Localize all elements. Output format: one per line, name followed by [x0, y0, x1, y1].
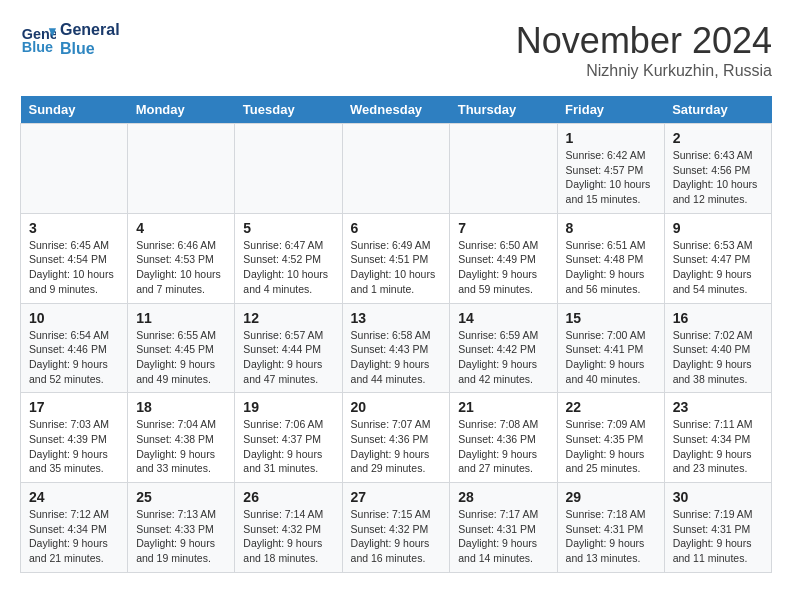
day-info: Sunrise: 6:50 AM Sunset: 4:49 PM Dayligh…: [458, 238, 548, 297]
day-info: Sunrise: 6:45 AM Sunset: 4:54 PM Dayligh…: [29, 238, 119, 297]
day-info: Sunrise: 7:15 AM Sunset: 4:32 PM Dayligh…: [351, 507, 442, 566]
day-number: 14: [458, 310, 548, 326]
day-number: 16: [673, 310, 763, 326]
empty-cell: [21, 124, 128, 214]
week-row-2: 3Sunrise: 6:45 AM Sunset: 4:54 PM Daylig…: [21, 213, 772, 303]
page-header: General Blue General Blue November 2024 …: [20, 20, 772, 80]
day-number: 22: [566, 399, 656, 415]
logo-blue: Blue: [60, 39, 120, 58]
week-row-5: 24Sunrise: 7:12 AM Sunset: 4:34 PM Dayli…: [21, 483, 772, 573]
calendar-table: SundayMondayTuesdayWednesdayThursdayFrid…: [20, 96, 772, 573]
day-number: 29: [566, 489, 656, 505]
week-row-3: 10Sunrise: 6:54 AM Sunset: 4:46 PM Dayli…: [21, 303, 772, 393]
day-cell-12: 12Sunrise: 6:57 AM Sunset: 4:44 PM Dayli…: [235, 303, 342, 393]
weekday-header-monday: Monday: [128, 96, 235, 124]
empty-cell: [342, 124, 450, 214]
day-cell-29: 29Sunrise: 7:18 AM Sunset: 4:31 PM Dayli…: [557, 483, 664, 573]
day-number: 19: [243, 399, 333, 415]
day-cell-5: 5Sunrise: 6:47 AM Sunset: 4:52 PM Daylig…: [235, 213, 342, 303]
day-number: 24: [29, 489, 119, 505]
day-cell-20: 20Sunrise: 7:07 AM Sunset: 4:36 PM Dayli…: [342, 393, 450, 483]
day-info: Sunrise: 6:59 AM Sunset: 4:42 PM Dayligh…: [458, 328, 548, 387]
day-info: Sunrise: 6:42 AM Sunset: 4:57 PM Dayligh…: [566, 148, 656, 207]
day-info: Sunrise: 7:12 AM Sunset: 4:34 PM Dayligh…: [29, 507, 119, 566]
day-info: Sunrise: 7:14 AM Sunset: 4:32 PM Dayligh…: [243, 507, 333, 566]
day-cell-16: 16Sunrise: 7:02 AM Sunset: 4:40 PM Dayli…: [664, 303, 771, 393]
day-cell-22: 22Sunrise: 7:09 AM Sunset: 4:35 PM Dayli…: [557, 393, 664, 483]
day-info: Sunrise: 6:54 AM Sunset: 4:46 PM Dayligh…: [29, 328, 119, 387]
day-cell-27: 27Sunrise: 7:15 AM Sunset: 4:32 PM Dayli…: [342, 483, 450, 573]
day-info: Sunrise: 7:18 AM Sunset: 4:31 PM Dayligh…: [566, 507, 656, 566]
empty-cell: [235, 124, 342, 214]
day-number: 10: [29, 310, 119, 326]
day-cell-4: 4Sunrise: 6:46 AM Sunset: 4:53 PM Daylig…: [128, 213, 235, 303]
day-number: 8: [566, 220, 656, 236]
day-cell-23: 23Sunrise: 7:11 AM Sunset: 4:34 PM Dayli…: [664, 393, 771, 483]
day-number: 11: [136, 310, 226, 326]
day-info: Sunrise: 7:07 AM Sunset: 4:36 PM Dayligh…: [351, 417, 442, 476]
day-cell-13: 13Sunrise: 6:58 AM Sunset: 4:43 PM Dayli…: [342, 303, 450, 393]
day-number: 4: [136, 220, 226, 236]
day-number: 21: [458, 399, 548, 415]
location-subtitle: Nizhniy Kurkuzhin, Russia: [516, 62, 772, 80]
day-number: 2: [673, 130, 763, 146]
weekday-header-sunday: Sunday: [21, 96, 128, 124]
title-area: November 2024 Nizhniy Kurkuzhin, Russia: [516, 20, 772, 80]
day-cell-15: 15Sunrise: 7:00 AM Sunset: 4:41 PM Dayli…: [557, 303, 664, 393]
weekday-header-row: SundayMondayTuesdayWednesdayThursdayFrid…: [21, 96, 772, 124]
day-cell-28: 28Sunrise: 7:17 AM Sunset: 4:31 PM Dayli…: [450, 483, 557, 573]
day-info: Sunrise: 6:53 AM Sunset: 4:47 PM Dayligh…: [673, 238, 763, 297]
day-cell-9: 9Sunrise: 6:53 AM Sunset: 4:47 PM Daylig…: [664, 213, 771, 303]
day-cell-10: 10Sunrise: 6:54 AM Sunset: 4:46 PM Dayli…: [21, 303, 128, 393]
svg-text:Blue: Blue: [22, 39, 53, 55]
day-number: 1: [566, 130, 656, 146]
day-number: 27: [351, 489, 442, 505]
day-info: Sunrise: 7:03 AM Sunset: 4:39 PM Dayligh…: [29, 417, 119, 476]
day-number: 20: [351, 399, 442, 415]
day-number: 25: [136, 489, 226, 505]
logo-general: General: [60, 20, 120, 39]
day-number: 30: [673, 489, 763, 505]
day-cell-6: 6Sunrise: 6:49 AM Sunset: 4:51 PM Daylig…: [342, 213, 450, 303]
day-number: 23: [673, 399, 763, 415]
weekday-header-wednesday: Wednesday: [342, 96, 450, 124]
day-info: Sunrise: 6:46 AM Sunset: 4:53 PM Dayligh…: [136, 238, 226, 297]
week-row-4: 17Sunrise: 7:03 AM Sunset: 4:39 PM Dayli…: [21, 393, 772, 483]
month-year-title: November 2024: [516, 20, 772, 62]
day-number: 13: [351, 310, 442, 326]
day-number: 28: [458, 489, 548, 505]
logo: General Blue General Blue: [20, 20, 120, 58]
day-cell-26: 26Sunrise: 7:14 AM Sunset: 4:32 PM Dayli…: [235, 483, 342, 573]
day-info: Sunrise: 7:11 AM Sunset: 4:34 PM Dayligh…: [673, 417, 763, 476]
day-info: Sunrise: 7:13 AM Sunset: 4:33 PM Dayligh…: [136, 507, 226, 566]
day-info: Sunrise: 6:49 AM Sunset: 4:51 PM Dayligh…: [351, 238, 442, 297]
day-info: Sunrise: 6:43 AM Sunset: 4:56 PM Dayligh…: [673, 148, 763, 207]
day-cell-8: 8Sunrise: 6:51 AM Sunset: 4:48 PM Daylig…: [557, 213, 664, 303]
day-cell-19: 19Sunrise: 7:06 AM Sunset: 4:37 PM Dayli…: [235, 393, 342, 483]
day-cell-25: 25Sunrise: 7:13 AM Sunset: 4:33 PM Dayli…: [128, 483, 235, 573]
day-info: Sunrise: 7:09 AM Sunset: 4:35 PM Dayligh…: [566, 417, 656, 476]
day-number: 26: [243, 489, 333, 505]
day-number: 7: [458, 220, 548, 236]
day-number: 3: [29, 220, 119, 236]
day-cell-7: 7Sunrise: 6:50 AM Sunset: 4:49 PM Daylig…: [450, 213, 557, 303]
day-cell-30: 30Sunrise: 7:19 AM Sunset: 4:31 PM Dayli…: [664, 483, 771, 573]
day-info: Sunrise: 6:55 AM Sunset: 4:45 PM Dayligh…: [136, 328, 226, 387]
day-number: 17: [29, 399, 119, 415]
day-info: Sunrise: 7:06 AM Sunset: 4:37 PM Dayligh…: [243, 417, 333, 476]
day-info: Sunrise: 6:51 AM Sunset: 4:48 PM Dayligh…: [566, 238, 656, 297]
weekday-header-tuesday: Tuesday: [235, 96, 342, 124]
day-number: 5: [243, 220, 333, 236]
week-row-1: 1Sunrise: 6:42 AM Sunset: 4:57 PM Daylig…: [21, 124, 772, 214]
day-cell-2: 2Sunrise: 6:43 AM Sunset: 4:56 PM Daylig…: [664, 124, 771, 214]
day-number: 18: [136, 399, 226, 415]
day-info: Sunrise: 7:19 AM Sunset: 4:31 PM Dayligh…: [673, 507, 763, 566]
day-number: 9: [673, 220, 763, 236]
empty-cell: [450, 124, 557, 214]
day-cell-17: 17Sunrise: 7:03 AM Sunset: 4:39 PM Dayli…: [21, 393, 128, 483]
day-cell-18: 18Sunrise: 7:04 AM Sunset: 4:38 PM Dayli…: [128, 393, 235, 483]
day-number: 6: [351, 220, 442, 236]
day-cell-3: 3Sunrise: 6:45 AM Sunset: 4:54 PM Daylig…: [21, 213, 128, 303]
day-info: Sunrise: 7:00 AM Sunset: 4:41 PM Dayligh…: [566, 328, 656, 387]
day-info: Sunrise: 7:04 AM Sunset: 4:38 PM Dayligh…: [136, 417, 226, 476]
